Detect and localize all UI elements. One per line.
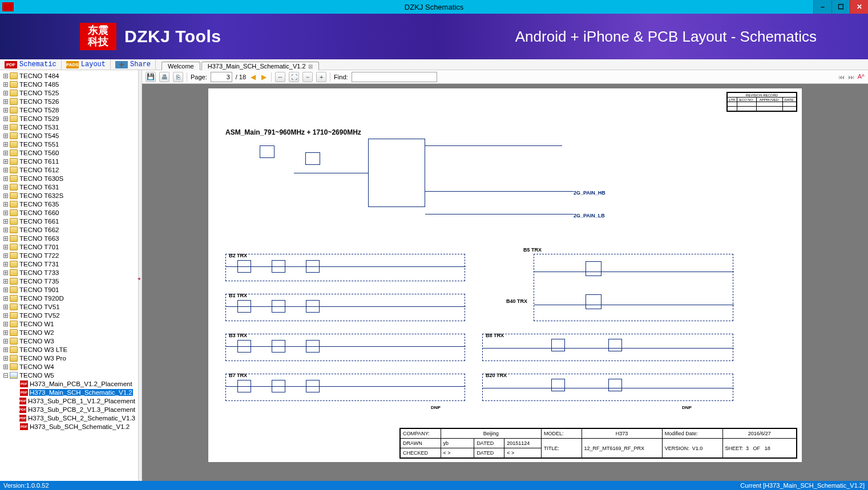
expand-icon[interactable]: ⊞ — [2, 260, 9, 268]
expand-icon[interactable]: ⊞ — [2, 311, 9, 319]
expand-icon[interactable]: ⊞ — [2, 183, 9, 191]
tree-folder[interactable]: ⊞TECNO W3 — [0, 337, 138, 345]
prev-page-button[interactable]: ◀ — [249, 73, 257, 81]
tree-folder[interactable]: ⊞TECNO T526 — [0, 97, 138, 106]
expand-icon[interactable]: ⊞ — [2, 132, 9, 140]
tree-folder[interactable]: ⊞TECNO T635 — [0, 200, 138, 208]
tree-folder[interactable]: ⊞TECNO T551 — [0, 140, 138, 148]
expand-icon[interactable]: ⊞ — [2, 140, 9, 148]
tree-file[interactable]: PDFH373_Main_SCH_Schematic_V1.2 — [0, 388, 138, 396]
tree-folder[interactable]: ⊞TECNO T484 — [0, 71, 138, 80]
tree-folder[interactable]: ⊞TECNO T612 — [0, 165, 138, 174]
tree-folder[interactable]: ⊞TECNO TV51 — [0, 302, 138, 311]
tree-folder[interactable]: ⊞TECNO T528 — [0, 106, 138, 114]
expand-icon[interactable]: ⊞ — [2, 123, 9, 131]
expand-icon[interactable]: ⊞ — [2, 226, 9, 234]
expand-icon[interactable]: ⊞ — [2, 320, 9, 328]
tree-folder[interactable]: ⊞TECNO T531 — [0, 123, 138, 131]
expand-icon[interactable]: ⊞ — [2, 175, 9, 183]
expand-icon[interactable]: ⊞ — [2, 149, 9, 157]
schematic-sheet[interactable]: ASM_Main_791~960MHz + 1710~2690MHz 2G_PA… — [208, 88, 802, 462]
tree-folder[interactable]: ⊞TECNO T731 — [0, 260, 138, 268]
expand-icon[interactable]: ⊞ — [2, 346, 9, 354]
expand-icon[interactable]: ⊞ — [2, 329, 9, 337]
expand-icon[interactable]: ⊞ — [2, 200, 9, 208]
tree-folder[interactable]: ⊞TECNO T735 — [0, 277, 138, 285]
canvas[interactable]: ASM_Main_791~960MHz + 1710~2690MHz 2G_PA… — [142, 84, 868, 481]
expand-icon[interactable]: ⊞ — [2, 252, 9, 260]
close-tab-icon[interactable]: ⊠ — [308, 63, 313, 70]
minimize-button[interactable]: – — [813, 0, 831, 14]
expand-icon[interactable]: ⊞ — [2, 115, 9, 123]
tree-file[interactable]: PDFH373_Sub_PCB_1_V1.2_Placement — [0, 396, 138, 405]
tree-panel[interactable]: ⊞TECNO T484⊞TECNO T485⊞TECNO T525⊞TECNO … — [0, 70, 139, 481]
tree-folder[interactable]: ⊞TECNO T525 — [0, 88, 138, 97]
tree-folder[interactable]: ⊞TECNO T632S — [0, 191, 138, 200]
doc-tab[interactable]: H373_Main_SCH_Schematic_V1.2⊠ — [201, 62, 319, 70]
tree-folder[interactable]: ⊞TECNO T733 — [0, 268, 138, 277]
tree-folder[interactable]: ⊞TECNO T611 — [0, 157, 138, 165]
expand-icon[interactable]: ⊞ — [2, 72, 9, 80]
tree-folder[interactable]: ⊞TECNO T901 — [0, 285, 138, 294]
tree-folder[interactable]: ⊞TECNO T722 — [0, 251, 138, 260]
tree-folder[interactable]: ⊞TECNO TV52 — [0, 311, 138, 319]
tree-folder[interactable]: ⊞TECNO T662 — [0, 225, 138, 234]
expand-icon[interactable]: ⊞ — [2, 354, 9, 362]
text-case-icon[interactable]: Aᴬ — [858, 73, 865, 80]
tree-file[interactable]: PDFH373_Sub_SCH_Schematic_V1.2 — [0, 422, 138, 431]
expand-icon[interactable]: ⊞ — [2, 157, 9, 165]
tree-folder[interactable]: ⊞TECNO T545 — [0, 131, 138, 140]
expand-icon[interactable]: ⊞ — [2, 234, 9, 242]
expand-icon[interactable]: ⊞ — [2, 303, 9, 311]
fit-page-icon[interactable]: ⛶ — [289, 72, 299, 82]
expand-icon[interactable]: ⊞ — [2, 363, 9, 371]
expand-icon[interactable]: ⊞ — [2, 80, 9, 88]
expand-icon[interactable]: ⊞ — [2, 337, 9, 345]
tree-folder[interactable]: ⊞TECNO W3 Pro — [0, 354, 138, 362]
expand-icon[interactable]: ⊞ — [2, 106, 9, 114]
save-icon[interactable]: 💾 — [146, 72, 156, 82]
expand-icon[interactable]: ⊞ — [2, 286, 9, 294]
tree-file[interactable]: PDFH373_Sub_PCB_2_V1.3_Placement — [0, 405, 138, 414]
fit-width-icon[interactable]: ↔ — [275, 72, 285, 82]
zoom-out-icon[interactable]: − — [302, 72, 313, 82]
expand-icon[interactable]: ⊞ — [2, 98, 9, 106]
expand-icon[interactable]: ⊞ — [2, 269, 9, 277]
splitter[interactable] — [139, 70, 142, 481]
tree-folder[interactable]: ⊞TECNO T485 — [0, 80, 138, 88]
next-page-button[interactable]: ▶ — [260, 73, 268, 81]
expand-icon[interactable]: ⊞ — [2, 277, 9, 285]
tree-folder[interactable]: ⊞TECNO T663 — [0, 234, 138, 242]
copy-icon[interactable]: ⎘ — [173, 72, 183, 82]
find-input[interactable] — [352, 72, 437, 82]
mode-tab-schematic[interactable]: PDFSchematic — [0, 59, 62, 70]
tree-folder[interactable]: ⊞TECNO T701 — [0, 242, 138, 251]
tree-folder-open[interactable]: ⊟TECNO W5 — [0, 371, 138, 379]
print-icon[interactable]: 🖶 — [159, 72, 169, 82]
close-button[interactable]: ✕ — [850, 0, 868, 14]
expand-icon[interactable]: ⊞ — [2, 192, 9, 200]
tree-folder[interactable]: ⊞TECNO T529 — [0, 114, 138, 123]
tree-folder[interactable]: ⊞TECNO W1 — [0, 319, 138, 328]
expand-icon[interactable]: ⊞ — [2, 89, 9, 97]
doc-tab[interactable]: Welcome — [162, 62, 200, 70]
tree-folder[interactable]: ⊞TECNO T661 — [0, 217, 138, 225]
tree-folder[interactable]: ⊞TECNO W3 LTE — [0, 345, 138, 354]
zoom-in-icon[interactable]: + — [316, 72, 326, 82]
tree-folder[interactable]: ⊞TECNO T630S — [0, 174, 138, 183]
maximize-button[interactable]: ☐ — [831, 0, 850, 14]
mode-tab-share[interactable]: ➕Share — [111, 59, 156, 70]
collapse-icon[interactable]: ⊟ — [2, 371, 9, 379]
page-input[interactable] — [211, 72, 232, 82]
mode-tab-layout[interactable]: PADSLayout — [62, 59, 111, 70]
tree-folder[interactable]: ⊞TECNO T631 — [0, 183, 138, 191]
expand-icon[interactable]: ⊞ — [2, 166, 9, 174]
expand-icon[interactable]: ⊞ — [2, 217, 9, 225]
expand-icon[interactable]: ⊞ — [2, 294, 9, 302]
tree-file[interactable]: PDFH373_Main_PCB_V1.2_Placement — [0, 379, 138, 388]
tree-folder[interactable]: ⊞TECNO W2 — [0, 328, 138, 337]
expand-icon[interactable]: ⊞ — [2, 243, 9, 251]
tree-file[interactable]: PDFH373_Sub_SCH_2_Schematic_V1.3 — [0, 414, 138, 422]
tree-folder[interactable]: ⊞TECNO T920D — [0, 294, 138, 302]
tree-folder[interactable]: ⊞TECNO W4 — [0, 362, 138, 371]
